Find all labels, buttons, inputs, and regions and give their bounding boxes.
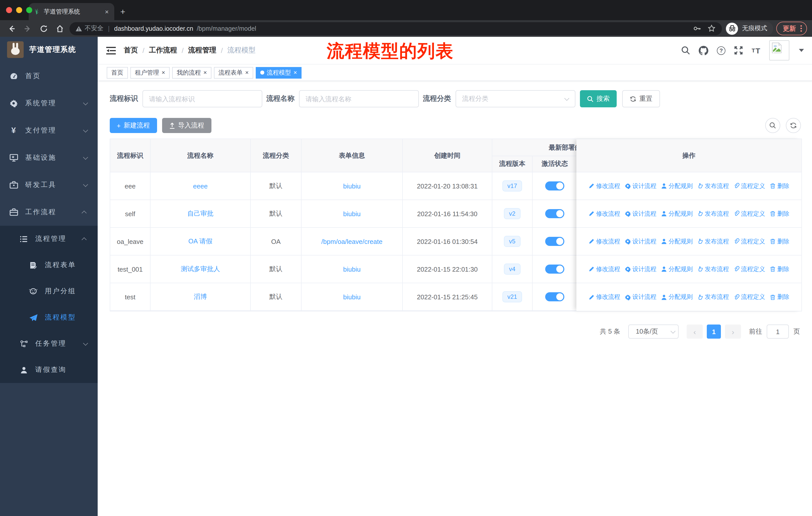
flow-definition-link[interactable]: 流程定义 [733, 182, 765, 190]
avatar-caret-icon[interactable] [799, 49, 804, 52]
publish-flow-link[interactable]: 发布流程 [697, 265, 729, 273]
sidebar-item-devtools[interactable]: 研发工具 [0, 171, 98, 198]
design-flow-link[interactable]: 设计流程 [625, 182, 657, 190]
flow-definition-link[interactable]: 流程定义 [733, 265, 765, 273]
close-icon[interactable]: × [162, 70, 165, 76]
process-name-link[interactable]: 滔博 [194, 292, 207, 301]
process-name-link[interactable]: OA 请假 [188, 237, 212, 246]
version-badge[interactable]: v17 [502, 181, 522, 191]
active-toggle[interactable] [545, 292, 564, 301]
active-toggle[interactable] [545, 237, 564, 246]
assign-rule-link[interactable]: 分配规则 [661, 293, 693, 301]
modify-flow-link[interactable]: 修改流程 [588, 209, 620, 218]
delete-link[interactable]: 删除 [770, 237, 789, 246]
form-link[interactable]: biubiu [343, 182, 360, 190]
active-toggle[interactable] [545, 182, 564, 190]
sidebar-item-process-manage[interactable]: 流程管理 [0, 226, 98, 252]
version-badge[interactable]: v5 [504, 236, 520, 247]
sidebar-item-leave-query[interactable]: 请假查询 [0, 357, 98, 383]
design-flow-link[interactable]: 设计流程 [625, 209, 657, 218]
sidebar-item-user-group[interactable]: 用户分组 [0, 278, 98, 304]
sidebar-item-process-model[interactable]: 流程模型 [0, 304, 98, 331]
sidebar-item-workflow[interactable]: 工作流程 [0, 198, 98, 226]
password-key-icon[interactable] [693, 24, 701, 33]
assign-rule-link[interactable]: 分配规则 [661, 182, 693, 190]
process-key-input[interactable] [142, 90, 262, 107]
reset-button[interactable]: 重置 [622, 90, 660, 107]
design-flow-link[interactable]: 设计流程 [625, 237, 657, 246]
page-size-select[interactable]: 10条/页 [628, 325, 678, 338]
tag-process-model[interactable]: 流程模型× [256, 67, 301, 78]
design-flow-link[interactable]: 设计流程 [625, 293, 657, 301]
version-badge[interactable]: v4 [504, 264, 520, 275]
modify-flow-link[interactable]: 修改流程 [588, 265, 620, 273]
header-search-icon[interactable] [681, 46, 690, 55]
form-link[interactable]: /bpm/oa/leave/create [321, 238, 383, 245]
assign-rule-link[interactable]: 分配规则 [661, 209, 693, 218]
process-name-link[interactable]: 自己审批 [187, 209, 213, 218]
delete-link[interactable]: 删除 [770, 182, 789, 190]
flow-definition-link[interactable]: 流程定义 [733, 293, 765, 301]
sidebar-item-home[interactable]: 首页 [0, 62, 98, 90]
bookmark-star-icon[interactable] [707, 24, 716, 33]
reload-icon[interactable] [37, 22, 50, 35]
create-process-button[interactable]: + 新建流程 [110, 118, 157, 133]
home-icon[interactable] [53, 22, 66, 35]
current-page-button[interactable]: 1 [707, 325, 721, 338]
breadcrumb-home[interactable]: 首页 [124, 46, 138, 55]
publish-flow-link[interactable]: 发布流程 [697, 182, 729, 190]
breadcrumb-workflow[interactable]: 工作流程 [149, 46, 177, 55]
font-size-icon[interactable]: TT [752, 46, 761, 55]
flow-definition-link[interactable]: 流程定义 [733, 209, 765, 218]
tag-home[interactable]: 首页 [107, 67, 128, 78]
delete-link[interactable]: 删除 [770, 293, 789, 301]
more-menu-icon[interactable] [801, 25, 802, 32]
zoom-window-button[interactable] [26, 7, 32, 13]
forward-icon[interactable] [21, 22, 34, 35]
delete-link[interactable]: 删除 [770, 265, 789, 273]
security-status[interactable]: 不安全 [76, 24, 104, 33]
active-toggle[interactable] [545, 209, 564, 218]
tag-tenant[interactable]: 租户管理× [130, 67, 170, 78]
back-icon[interactable] [5, 22, 18, 35]
tag-process-form[interactable]: 流程表单× [214, 67, 253, 78]
avatar[interactable] [769, 40, 789, 60]
assign-rule-link[interactable]: 分配规则 [661, 237, 693, 246]
next-page-button[interactable]: › [725, 325, 741, 338]
close-icon[interactable]: × [203, 70, 207, 76]
form-link[interactable]: biubiu [343, 210, 360, 217]
import-process-button[interactable]: 导入流程 [162, 118, 211, 133]
show-search-toggle-icon[interactable] [765, 118, 780, 133]
publish-flow-link[interactable]: 发布流程 [697, 237, 729, 246]
search-button[interactable]: 搜索 [580, 90, 617, 107]
design-flow-link[interactable]: 设计流程 [625, 265, 657, 273]
form-link[interactable]: biubiu [343, 293, 360, 301]
modify-flow-link[interactable]: 修改流程 [588, 237, 620, 246]
sidebar-item-infra[interactable]: 基础设施 [0, 144, 98, 171]
modify-flow-link[interactable]: 修改流程 [588, 293, 620, 301]
delete-link[interactable]: 删除 [770, 209, 789, 218]
fullscreen-icon[interactable] [734, 46, 743, 55]
modify-flow-link[interactable]: 修改流程 [588, 182, 620, 190]
publish-flow-link[interactable]: 发布流程 [697, 293, 729, 301]
process-category-select[interactable]: 流程分类 [456, 90, 575, 107]
sidebar-item-payment[interactable]: ¥ 支付管理 [0, 117, 98, 144]
close-window-button[interactable] [6, 7, 12, 13]
flow-definition-link[interactable]: 流程定义 [733, 237, 765, 246]
prev-page-button[interactable]: ‹ [687, 325, 703, 338]
form-link[interactable]: biubiu [343, 265, 360, 273]
version-badge[interactable]: v21 [502, 291, 522, 302]
version-badge[interactable]: v2 [504, 208, 520, 219]
process-name-input[interactable] [299, 90, 419, 107]
help-icon[interactable]: ? [717, 46, 725, 55]
process-name-link[interactable]: eeee [193, 182, 208, 190]
publish-flow-link[interactable]: 发布流程 [697, 209, 729, 218]
new-tab-button[interactable]: + [120, 7, 125, 17]
sidebar-item-system[interactable]: 系统管理 [0, 90, 98, 117]
close-icon[interactable]: × [293, 70, 297, 76]
minimize-window-button[interactable] [16, 7, 22, 13]
close-icon[interactable]: × [245, 70, 249, 76]
tag-my-process[interactable]: 我的流程× [172, 67, 211, 78]
browser-menu-update[interactable]: 更新 [776, 22, 807, 35]
address-bar[interactable]: 不安全 | dashboard.yudao.iocoder.cn/bpm/man… [69, 22, 722, 35]
